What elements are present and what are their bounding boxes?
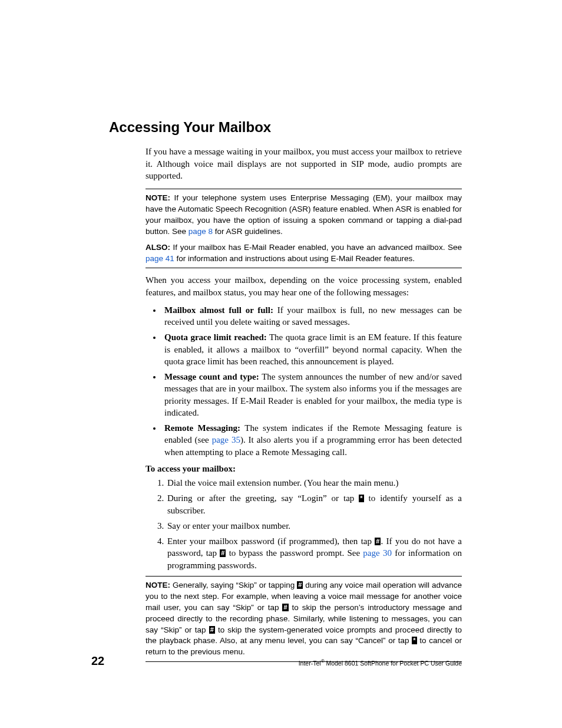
also-label: ALSO: — [146, 243, 170, 252]
note-box-asr: NOTE: If your telephone system uses Ente… — [146, 189, 462, 268]
footer-title: Model 8601 SoftPhone for Pocket PC User … — [325, 659, 462, 666]
step-text: to bypass the password prompt. See — [226, 548, 363, 558]
step-3: Say or enter your mailbox number. — [166, 520, 462, 532]
link-page-8[interactable]: page 8 — [189, 227, 213, 236]
list-item: Mailbox almost full or full: If your mai… — [162, 304, 462, 328]
messages-intro: When you access your mailbox, depending … — [146, 274, 462, 298]
note-label: NOTE: — [146, 193, 170, 202]
page-heading: Accessing Your Mailbox — [109, 118, 462, 137]
pound-key-icon: # — [220, 549, 226, 557]
star-key-icon: * — [359, 495, 363, 502]
steps-list: Dial the voice mail extension number. (Y… — [146, 477, 462, 571]
intro-paragraph: If you have a message waiting in your ma… — [146, 146, 462, 182]
page-footer: 22 Inter-Tel® Model 8601 SoftPhone for P… — [91, 653, 462, 669]
message-list: Mailbox almost full or full: If your mai… — [146, 304, 462, 458]
bullet-head: Remote Messaging: — [164, 423, 240, 433]
note-box-skip: NOTE: Generally, saying “Skip” or tappin… — [146, 576, 462, 662]
link-page-41[interactable]: page 41 — [146, 254, 174, 263]
list-item: Message count and type: The system annou… — [162, 371, 462, 419]
also-text-end: for information and instructions about u… — [174, 254, 415, 263]
note-label: NOTE: — [146, 581, 170, 589]
bullet-head: Message count and type: — [164, 372, 259, 381]
bullet-head: Quota grace limit reached: — [164, 332, 267, 342]
footer-guide-title: Inter-Tel® Model 8601 SoftPhone for Pock… — [299, 658, 462, 667]
step-2: During or after the greeting, say “Login… — [166, 492, 462, 516]
bullet-head: Mailbox almost full or full: — [164, 305, 273, 315]
pound-key-icon: # — [375, 538, 381, 545]
step-text: During or after the greeting, say “Login… — [167, 493, 359, 503]
step-4: Enter your mailbox password (if programm… — [166, 535, 462, 571]
step-text: Enter your mailbox password (if programm… — [167, 536, 375, 546]
page-number: 22 — [91, 653, 104, 669]
link-page-35[interactable]: page 35 — [212, 435, 240, 444]
list-item: Remote Messaging: The system indicates i… — [162, 422, 462, 458]
pound-key-icon: # — [209, 626, 215, 634]
link-page-30[interactable]: page 30 — [363, 548, 392, 558]
list-item: Quota grace limit reached: The quota gra… — [162, 331, 462, 367]
also-text: If your mailbox has E-Mail Reader enable… — [170, 243, 462, 252]
pound-key-icon: # — [282, 604, 288, 611]
star-key-icon: * — [412, 637, 416, 644]
note-text: Generally, saying “Skip” or tapping — [170, 581, 297, 589]
note-text-end: for ASR guidelines. — [213, 227, 283, 236]
footer-brand: Inter-Tel — [299, 659, 321, 666]
step-1: Dial the voice mail extension number. (Y… — [166, 477, 462, 489]
procedure-heading: To access your mailbox: — [146, 463, 462, 475]
pound-key-icon: # — [297, 581, 303, 589]
